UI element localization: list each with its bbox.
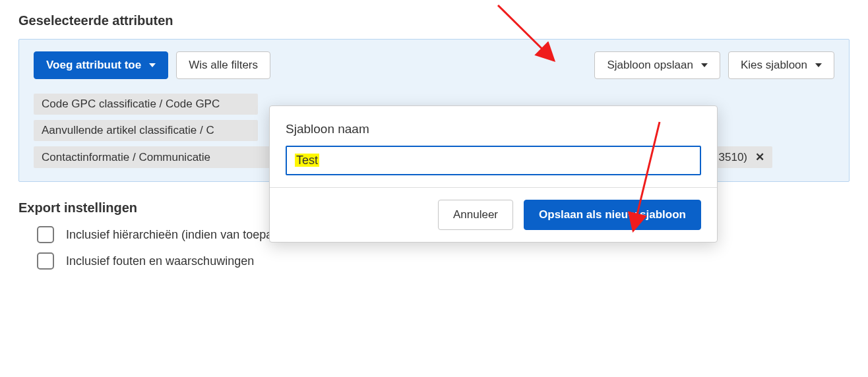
toolbar-row: Voeg attribuut toe Wis alle filters Sjab… (34, 51, 834, 79)
template-name-input[interactable]: Test (286, 146, 701, 175)
save-template-popover: Sjabloon naam Test Annuleer Opslaan als … (269, 105, 718, 243)
option-row-errors: Inclusief fouten en waarschuwingen (37, 252, 850, 270)
cancel-button[interactable]: Annuleer (438, 200, 513, 230)
save-as-new-template-button[interactable]: Opslaan als nieuw sjabloon (524, 200, 701, 230)
attribute-pill[interactable]: Aanvullende artikel classificatie / C (34, 120, 258, 141)
checkbox-errors[interactable] (37, 252, 54, 270)
option-label: Inclusief fouten en waarschuwingen (66, 254, 254, 268)
add-attribute-button[interactable]: Voeg attribuut toe (34, 51, 168, 79)
attribute-pill[interactable]: Code GPC classificatie / Code GPC (34, 94, 258, 115)
clear-filters-button[interactable]: Wis alle filters (176, 51, 270, 79)
clear-filters-label: Wis alle filters (189, 59, 258, 72)
attribute-pill-label: Aanvullende artikel classificatie / C (42, 124, 214, 137)
chevron-down-icon (815, 63, 822, 67)
chevron-down-icon (701, 63, 708, 67)
template-name-label: Sjabloon naam (286, 122, 701, 136)
choose-template-dropdown[interactable]: Kies sjabloon (728, 51, 834, 79)
save-template-label: Sjabloon opslaan (607, 59, 693, 72)
add-attribute-label: Voeg attribuut toe (46, 59, 141, 72)
save-as-new-label: Opslaan als nieuw sjabloon (539, 208, 686, 221)
attribute-pill-code: 3510) (719, 151, 747, 164)
save-template-dropdown[interactable]: Sjabloon opslaan (594, 51, 720, 79)
attribute-pill-label: Code GPC classificatie / Code GPC (42, 98, 220, 111)
chevron-down-icon (149, 63, 156, 67)
cancel-label: Annuleer (453, 208, 498, 221)
template-name-value: Test (295, 154, 319, 167)
selected-attributes-heading: Geselecteerde attributen (18, 13, 850, 28)
attribute-pill-label: Contactinformatie / Communicatie (42, 151, 210, 164)
checkbox-hierarchies[interactable] (37, 226, 54, 243)
close-icon[interactable]: ✕ (751, 150, 764, 164)
choose-template-label: Kies sjabloon (741, 59, 807, 72)
popover-footer: Annuleer Opslaan als nieuw sjabloon (270, 187, 717, 242)
